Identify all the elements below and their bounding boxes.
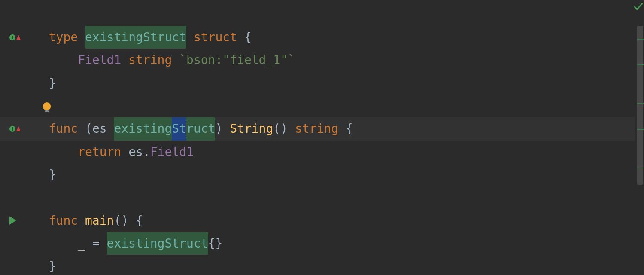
paren-close: ) <box>215 117 222 140</box>
code-line[interactable]: I type existingStruct struct { <box>0 26 635 49</box>
analysis-marker[interactable] <box>637 103 644 104</box>
implements-gutter-icon[interactable]: I <box>9 126 15 132</box>
parens: () <box>114 209 128 232</box>
analysis-marker[interactable] <box>637 64 644 65</box>
gutter <box>0 163 34 186</box>
code-area[interactable]: I type existingStruct struct { Field1 <box>0 0 635 275</box>
return-type: string <box>295 117 338 140</box>
receiver-name: es <box>92 117 107 140</box>
keyword-struct: struct <box>194 26 237 49</box>
gutter <box>0 95 34 117</box>
code-line[interactable] <box>0 95 635 117</box>
code-line[interactable] <box>0 0 635 26</box>
override-up-icon[interactable] <box>16 35 21 40</box>
keyword-func: func <box>49 209 78 232</box>
code-line[interactable]: } <box>0 72 635 95</box>
paren-open: ( <box>85 117 92 140</box>
blank-ident: _ <box>78 232 85 255</box>
gutter <box>0 186 34 209</box>
field-name: Field1 <box>78 49 121 71</box>
code-line[interactable]: } <box>0 163 635 186</box>
ident: es <box>128 141 143 163</box>
code-line[interactable]: _ = existingStruct {} <box>0 232 635 255</box>
brace-open: { <box>136 209 143 232</box>
field-access: Field1 <box>150 141 194 163</box>
brace-close: } <box>49 255 56 275</box>
code-line[interactable]: func main () { <box>0 209 635 232</box>
code-line[interactable]: } <box>0 255 635 275</box>
receiver-type-part3: ruct <box>186 117 215 140</box>
struct-tag: `bson:"field_1"` <box>179 49 295 71</box>
func-name: main <box>85 209 114 232</box>
gutter <box>0 141 34 163</box>
analysis-marker[interactable] <box>637 39 644 40</box>
dot: . <box>143 141 150 163</box>
brace-close: } <box>49 163 56 186</box>
keyword-type: type <box>49 26 78 49</box>
code-editor[interactable]: I type existingStruct struct { Field1 <box>0 0 644 275</box>
gutter <box>0 0 34 26</box>
gutter <box>0 49 34 71</box>
analysis-marker[interactable] <box>637 129 644 130</box>
type-name: existingStruct <box>85 26 186 49</box>
analysis-strip[interactable] <box>635 0 644 275</box>
code-line[interactable]: Field1 string `bson:"field_1"` <box>0 49 635 71</box>
gutter[interactable]: I <box>0 26 34 49</box>
implements-gutter-icon[interactable]: I <box>9 34 15 40</box>
gutter <box>0 72 34 95</box>
brace-open: { <box>244 26 252 49</box>
keyword-func: func <box>49 117 78 140</box>
analysis-ok-icon[interactable] <box>633 1 644 12</box>
gutter[interactable]: I <box>0 117 34 140</box>
brace-close: } <box>49 72 56 95</box>
code-line[interactable]: return es . Field1 <box>0 141 635 163</box>
func-name: String <box>230 117 273 140</box>
analysis-marker[interactable] <box>637 168 644 168</box>
scrollbar-thumb[interactable] <box>637 26 643 185</box>
brace-open: { <box>346 117 353 140</box>
override-up-icon[interactable] <box>16 126 21 131</box>
run-gutter-icon[interactable] <box>9 216 16 225</box>
type-literal: existingStruct <box>107 232 208 255</box>
gutter[interactable] <box>0 209 34 232</box>
intention-bulb-icon[interactable] <box>43 102 51 110</box>
gutter <box>0 255 34 275</box>
parens: () <box>273 117 288 140</box>
equals: = <box>92 232 100 255</box>
receiver-type-part1: existing <box>114 117 172 140</box>
gutter <box>0 232 34 255</box>
type-string: string <box>128 49 172 71</box>
selection: St <box>172 117 186 140</box>
keyword-return: return <box>78 141 121 163</box>
code-line[interactable] <box>0 186 635 209</box>
code-line-active[interactable]: I func ( es existingStruct ) String () s… <box>0 117 635 140</box>
braces: {} <box>208 232 223 255</box>
